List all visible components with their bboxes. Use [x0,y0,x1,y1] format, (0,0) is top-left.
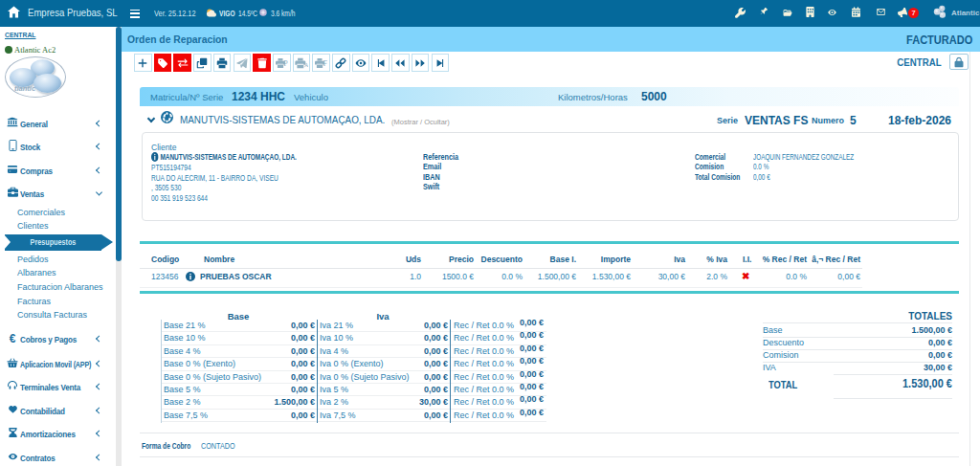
svg-text:A: A [304,61,308,67]
